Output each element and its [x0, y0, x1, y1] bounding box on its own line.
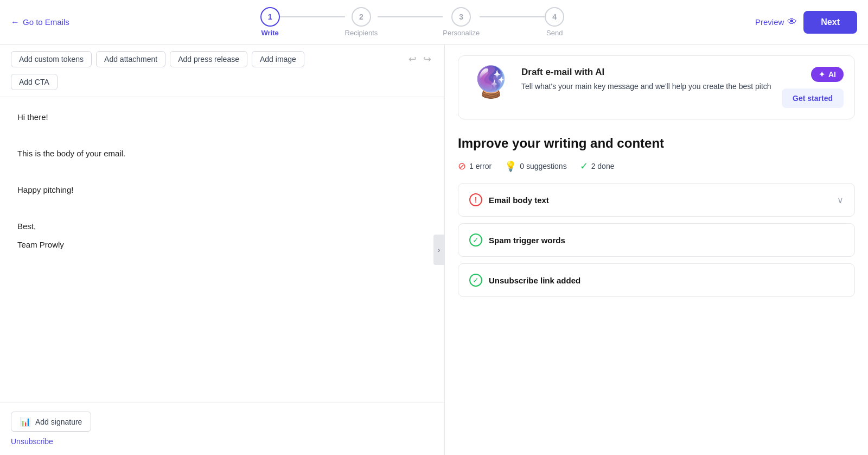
editor-line-2 [17, 129, 427, 143]
done-stat: ✓ 2 done [580, 160, 615, 172]
step-3-label: Personalize [443, 29, 480, 37]
stepper: 1 Write 2 Recipients 3 Personalize 4 Sen… [260, 7, 565, 37]
check-item-unsubscribe[interactable]: ✓ Unsubscribe link added [458, 263, 855, 297]
email-editor[interactable]: Hi there! This is the body of your email… [0, 97, 444, 402]
toolbar-spacer [309, 51, 402, 67]
editor-line-1: Hi there! [17, 110, 427, 124]
step-4[interactable]: 4 Send [545, 7, 564, 37]
go-to-emails-label: Go to Emails [23, 17, 69, 27]
success-circle-icon-spam: ✓ [469, 233, 482, 247]
step-3[interactable]: 3 Personalize [443, 7, 480, 37]
editor-line-7: Best, [17, 219, 427, 233]
step-2-circle: 2 [352, 7, 371, 27]
toolbar-history-icons: ↩ ↪ [406, 51, 433, 67]
suggestion-icon: 💡 [505, 160, 516, 172]
editor-line-5: Happy pitching! [17, 183, 427, 197]
preview-label: Preview [755, 17, 784, 27]
step-2[interactable]: 2 Recipients [345, 7, 378, 37]
step-3-circle: 3 [451, 7, 471, 27]
ai-card-content: Draft e-mail with AI Tell what's your ma… [521, 67, 773, 92]
improve-writing-section: Improve your writing and content ⊘ 1 err… [458, 135, 855, 297]
editor-line-8: Team Prowly [17, 238, 427, 252]
panel-collapse-tab[interactable]: › [433, 235, 444, 265]
check-item-spam-label: Spam trigger words [489, 236, 844, 245]
sparkle-icon: ✦ [819, 70, 825, 79]
suggestion-stat-value: 0 suggestions [520, 162, 566, 170]
check-item-email-body-label: Email body text [489, 195, 831, 205]
error-icon: ⊘ [458, 160, 466, 172]
add-image-button[interactable]: Add image [252, 51, 304, 67]
ai-card-description: Tell what's your main key message and we… [521, 81, 773, 92]
toolbar: Add custom tokens Add attachment Add pre… [0, 45, 444, 97]
signature-icon: 📊 [20, 416, 31, 427]
add-custom-tokens-button[interactable]: Add custom tokens [11, 51, 92, 67]
step-1-label: Write [261, 29, 278, 37]
ai-card-title: Draft e-mail with AI [521, 67, 773, 78]
ai-card: 🔮 Draft e-mail with AI Tell what's your … [458, 55, 855, 119]
step-connector-2-3 [378, 16, 443, 17]
done-icon: ✓ [580, 160, 588, 172]
ai-card-right: ✦ AI Get started [782, 67, 844, 108]
left-panel: Add custom tokens Add attachment Add pre… [0, 45, 445, 455]
suggestion-stat: 💡 0 suggestions [505, 160, 566, 172]
done-stat-value: 2 done [591, 162, 615, 170]
step-2-label: Recipients [345, 29, 378, 37]
ai-globe-illustration: 🔮 [469, 67, 513, 97]
step-connector-1-2 [280, 16, 345, 17]
step-connector-3-4 [480, 16, 545, 17]
check-item-spam-words[interactable]: ✓ Spam trigger words [458, 223, 855, 257]
go-to-emails-link[interactable]: ← Go to Emails [11, 17, 69, 27]
step-4-label: Send [546, 29, 563, 37]
stats-row: ⊘ 1 error 💡 0 suggestions ✓ 2 done [458, 160, 855, 172]
eye-icon: 👁 [787, 16, 797, 28]
success-circle-icon-unsub: ✓ [469, 274, 482, 287]
next-button[interactable]: Next [803, 11, 857, 34]
header: ← Go to Emails 1 Write 2 Recipients 3 Pe… [0, 0, 868, 45]
header-right: Preview 👁 Next [755, 11, 857, 34]
step-1-circle: 1 [260, 7, 280, 27]
redo-button[interactable]: ↪ [421, 51, 433, 67]
editor-line-3: This is the body of your email. [17, 147, 427, 161]
add-cta-button[interactable]: Add CTA [11, 74, 58, 90]
main-layout: Add custom tokens Add attachment Add pre… [0, 45, 868, 455]
error-stat: ⊘ 1 error [458, 160, 492, 172]
add-press-release-button[interactable]: Add press release [170, 51, 247, 67]
editor-line-6 [17, 201, 427, 216]
chevron-down-icon: ∨ [837, 195, 844, 205]
check-item-email-body[interactable]: ! Email body text ∨ [458, 183, 855, 217]
add-signature-button[interactable]: 📊 Add signature [11, 412, 91, 432]
undo-button[interactable]: ↩ [406, 51, 419, 67]
step-1[interactable]: 1 Write [260, 7, 280, 37]
editor-bottom: 📊 Add signature Unsubscribe [0, 402, 444, 455]
error-stat-value: 1 error [469, 162, 492, 170]
unsubscribe-link[interactable]: Unsubscribe [11, 437, 53, 446]
globe-emoji-icon: 🔮 [472, 67, 510, 97]
error-circle-icon: ! [469, 193, 482, 206]
preview-button[interactable]: Preview 👁 [755, 16, 797, 28]
ai-badge: ✦ AI [811, 67, 844, 82]
get-started-button[interactable]: Get started [782, 89, 844, 108]
step-4-circle: 4 [545, 7, 564, 27]
back-arrow-icon: ← [11, 17, 20, 27]
editor-line-4 [17, 165, 427, 179]
improve-section-title: Improve your writing and content [458, 135, 855, 151]
right-panel: 🔮 Draft e-mail with AI Tell what's your … [445, 45, 868, 455]
check-item-unsubscribe-label: Unsubscribe link added [489, 276, 844, 285]
add-attachment-button[interactable]: Add attachment [96, 51, 165, 67]
